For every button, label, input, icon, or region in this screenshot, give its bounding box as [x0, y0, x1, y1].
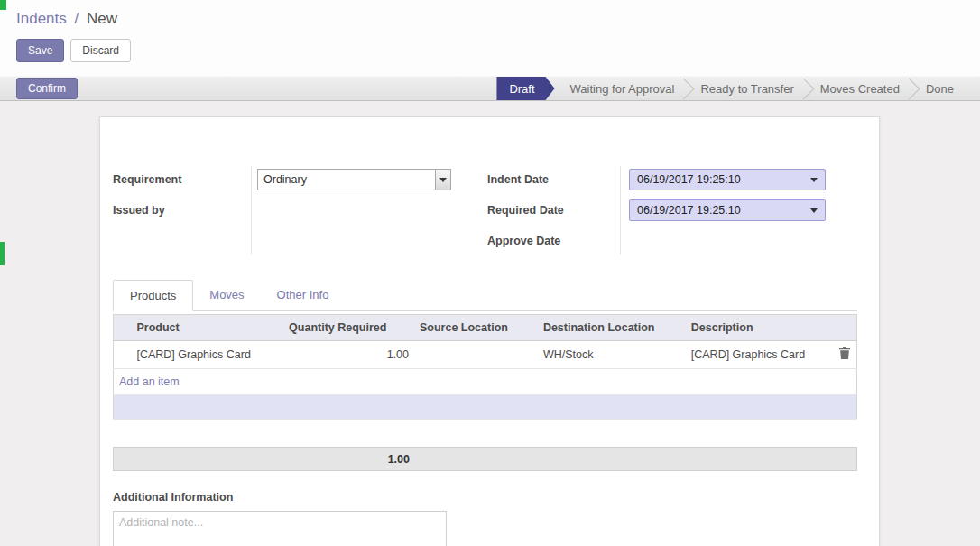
- cell-destination-location: WH/Stock: [538, 341, 686, 369]
- requirement-selected-value: Ordinary: [258, 170, 435, 190]
- form-page: Requirement Ordinary Issued by Indent Da…: [0, 101, 980, 546]
- status-step-draft[interactable]: Draft: [496, 77, 554, 100]
- select-dropdown-button[interactable]: [435, 170, 450, 190]
- approve-date-row: Approve Date: [487, 226, 826, 256]
- row-handle-column: [114, 315, 132, 341]
- tab-other-info[interactable]: Other Info: [261, 280, 346, 310]
- col-description: Description: [686, 315, 834, 341]
- left-field-group: Requirement Ordinary Issued by: [113, 164, 474, 256]
- additional-information-label: Additional Information: [113, 491, 857, 504]
- window-accent-marker: [0, 0, 6, 10]
- breadcrumb-separator: /: [75, 10, 79, 27]
- tab-products[interactable]: Products: [113, 280, 193, 311]
- requirement-select[interactable]: Ordinary: [257, 169, 451, 190]
- cell-description: [CARD] Graphics Card: [686, 341, 834, 369]
- new-line-placeholder-row[interactable]: [114, 395, 857, 420]
- col-actions: [833, 315, 856, 341]
- discard-button[interactable]: Discard: [70, 39, 131, 62]
- row-handle: [114, 341, 132, 369]
- notebook-tabs: Products Moves Other Info: [113, 280, 857, 311]
- status-step-waiting-for-approval[interactable]: Waiting for Approval: [557, 77, 689, 100]
- delete-row-button[interactable]: [833, 341, 856, 369]
- cell-quantity: 1.00: [283, 341, 414, 369]
- caret-down-icon: [810, 178, 818, 182]
- cell-product: [CARD] Graphics Card: [131, 341, 283, 369]
- record-toolbar: Save Discard: [16, 39, 131, 62]
- indent-date-row: Indent Date 06/19/2017 19:25:10: [487, 164, 826, 195]
- col-product: Product: [131, 315, 283, 341]
- save-button[interactable]: Save: [16, 39, 64, 62]
- status-bar: Confirm Draft Waiting for Approval Ready…: [0, 76, 980, 101]
- table-row[interactable]: [CARD] Graphics Card 1.00 WH/Stock [CARD…: [114, 341, 857, 369]
- total-quantity: 1.00: [114, 453, 415, 466]
- totals-bar: 1.00: [113, 447, 857, 471]
- caret-down-icon: [439, 178, 447, 182]
- indent-date-label: Indent Date: [487, 173, 629, 186]
- status-step-ready-to-transfer[interactable]: Ready to Transfer: [687, 77, 807, 100]
- right-field-group: Indent Date 06/19/2017 19:25:10 Required…: [487, 164, 826, 256]
- confirm-button[interactable]: Confirm: [16, 78, 78, 99]
- side-accent-marker: [0, 242, 5, 265]
- breadcrumb: Indents / New: [16, 10, 117, 28]
- requirement-row: Requirement Ordinary: [113, 164, 474, 195]
- indent-date-field[interactable]: 06/19/2017 19:25:10: [629, 169, 826, 190]
- add-item-row: Add an item: [114, 369, 857, 395]
- col-source-location: Source Location: [414, 315, 538, 341]
- table-header-row: Product Quantity Required Source Locatio…: [114, 315, 857, 341]
- top-bar: Indents / New Save Discard: [0, 0, 980, 76]
- approve-date-label: Approve Date: [487, 235, 629, 247]
- required-date-field[interactable]: 06/19/2017 19:25:10: [629, 199, 826, 221]
- required-date-value: 06/19/2017 19:25:10: [637, 204, 741, 217]
- breadcrumb-current: New: [87, 10, 117, 27]
- tab-moves[interactable]: Moves: [193, 280, 260, 310]
- breadcrumb-indents-link[interactable]: Indents: [16, 10, 67, 27]
- indent-date-value: 06/19/2017 19:25:10: [637, 173, 741, 186]
- header-fields: Requirement Ordinary Issued by Indent Da…: [113, 164, 857, 256]
- col-quantity-required: Quantity Required: [283, 315, 414, 341]
- issued-by-label: Issued by: [113, 204, 257, 217]
- required-date-row: Required Date 06/19/2017 19:25:10: [487, 195, 826, 226]
- requirement-label: Requirement: [113, 173, 257, 186]
- form-sheet: Requirement Ordinary Issued by Indent Da…: [99, 116, 880, 546]
- additional-note-textarea[interactable]: [113, 511, 447, 546]
- trash-icon: [839, 347, 850, 359]
- add-an-item-link[interactable]: Add an item: [114, 369, 857, 395]
- status-pipeline: Draft Waiting for Approval Ready to Tran…: [496, 77, 967, 100]
- caret-down-icon: [810, 208, 818, 213]
- issued-by-row: Issued by: [113, 195, 474, 226]
- required-date-label: Required Date: [487, 204, 629, 217]
- new-line-placeholder: [114, 395, 857, 420]
- col-destination-location: Destination Location: [538, 315, 686, 341]
- status-step-done[interactable]: Done: [912, 77, 967, 100]
- products-table: Product Quantity Required Source Locatio…: [113, 314, 857, 420]
- cell-source-location: [414, 341, 538, 369]
